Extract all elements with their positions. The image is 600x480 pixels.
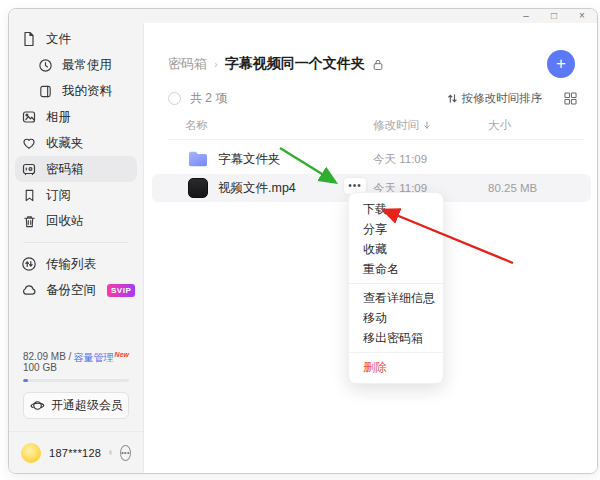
sidebar-item-favorites[interactable]: 收藏夹 [9,130,143,156]
table-row-folder[interactable]: 字幕文件夹 今天 11:09 [152,145,591,173]
sidebar-item-label: 备份空间 [46,282,96,299]
menu-item-share[interactable]: 分享 [349,219,443,239]
sidebar-item-label: 最常使用 [62,57,112,74]
breadcrumb-root[interactable]: 密码箱 [168,55,207,73]
file-size: 80.25 MB [488,182,537,194]
storage-progress-bar [23,379,129,382]
folder-icon [186,149,210,169]
table-header: 名称 修改时间 大小 [168,118,577,134]
close-icon[interactable]: × [575,11,589,21]
sort-label: 按修改时间排序 [462,91,543,106]
sidebar-item-recent[interactable]: 最常使用 [9,52,143,78]
context-menu: 下载 分享 收藏 重命名 查看详细信息 移动 移出密码箱 删除 [348,192,444,384]
notebook-icon [37,83,53,99]
new-badge: New [115,351,129,358]
file-modified: 今天 11:09 [373,152,427,167]
account-bar: 187***128 ••• [9,431,143,473]
album-icon [21,109,37,125]
grid-view-icon[interactable] [564,92,577,105]
menu-item-move[interactable]: 移动 [349,308,443,328]
storage-progress-fill [23,379,28,382]
storage-manage-link[interactable]: 容量管理New [74,351,129,365]
column-header-size[interactable]: 大小 [488,118,511,133]
file-name: 视频文件.mp4 [218,180,296,197]
safe-icon [21,161,37,177]
sidebar-item-backup-space[interactable]: 备份空间 SVIP [9,277,143,303]
sidebar-item-label: 订阅 [46,187,71,204]
sidebar-item-label: 密码箱 [46,161,84,178]
sidebar-item-label: 传输列表 [46,256,96,273]
sidebar-item-my-docs[interactable]: 我的资料 [9,78,143,104]
cloud-icon [21,282,37,298]
upgrade-vip-label: 开通超级会员 [51,397,123,414]
sidebar-item-albums[interactable]: 相册 [9,104,143,130]
menu-item-delete[interactable]: 删除 [349,357,443,377]
sidebar-item-label: 收藏夹 [46,135,84,152]
add-button[interactable]: + [547,50,575,78]
breadcrumb-separator: › [214,58,218,70]
sidebar-item-label: 我的资料 [62,83,112,100]
avatar[interactable] [21,443,41,463]
file-name: 字幕文件夹 [218,151,281,168]
sidebar-item-files[interactable]: 文件 [9,26,143,52]
video-thumbnail-icon [186,178,210,198]
menu-item-rename[interactable]: 重命名 [349,259,443,279]
column-header-name[interactable]: 名称 [185,118,208,133]
bookmark-icon [21,187,37,203]
upgrade-vip-button[interactable]: 开通超级会员 [23,392,129,419]
lock-icon [372,58,384,71]
sort-down-icon [423,121,431,130]
app-window: – □ × 文件 最常使用 [8,8,598,474]
account-name: 187***128 [49,447,101,459]
sort-control[interactable]: 按修改时间排序 [447,91,543,106]
trash-icon [21,213,37,229]
account-more-button[interactable]: ••• [120,445,131,461]
menu-divider [349,283,443,284]
svip-badge: SVIP [107,284,135,297]
transfer-icon [21,256,37,272]
sidebar: 文件 最常使用 我的资料 [9,23,144,473]
breadcrumb-current: 字幕视频同一个文件夹 [225,55,365,73]
sidebar-divider [23,242,129,243]
maximize-icon[interactable]: □ [547,11,561,21]
sidebar-item-label: 相册 [46,109,71,126]
menu-item-view-details[interactable]: 查看详细信息 [349,288,443,308]
menu-item-favorite[interactable]: 收藏 [349,239,443,259]
heart-icon [21,135,37,151]
item-count: 共 2 项 [190,90,227,107]
main-panel: 密码箱 › 字幕视频同一个文件夹 + 共 2 项 按修改时间排序 [144,23,597,473]
vip-planet-icon [29,398,45,414]
menu-item-download[interactable]: 下载 [349,199,443,219]
sidebar-item-label: 文件 [46,31,71,48]
file-icon [21,31,37,47]
menu-divider [349,352,443,353]
list-toolbar: 共 2 项 按修改时间排序 [168,90,577,106]
breadcrumb: 密码箱 › 字幕视频同一个文件夹 [168,54,384,74]
sidebar-item-label: 回收站 [46,213,84,230]
menu-item-move-out[interactable]: 移出密码箱 [349,328,443,348]
storage-usage: 82.09 MB / 100 GB [23,351,74,373]
clock-icon [37,57,53,73]
select-all-checkbox[interactable] [168,92,181,105]
status-dot [109,450,112,455]
sidebar-item-recycle-bin[interactable]: 回收站 [9,208,143,234]
titlebar: – □ × [9,9,597,23]
minimize-icon[interactable]: – [519,11,533,21]
sort-arrows-icon [447,93,458,104]
column-header-modified[interactable]: 修改时间 [373,118,431,133]
sidebar-item-subscriptions[interactable]: 订阅 [9,182,143,208]
sidebar-item-transfer-list[interactable]: 传输列表 [9,251,143,277]
table-header-divider [168,139,585,140]
sidebar-item-password-box[interactable]: 密码箱 [15,156,137,182]
